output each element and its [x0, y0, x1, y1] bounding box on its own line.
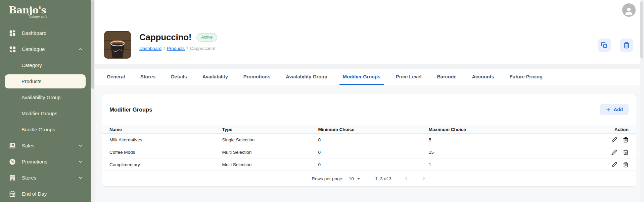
sidebar-scrollbar[interactable]: [91, 0, 95, 202]
tab-general[interactable]: General: [99, 69, 133, 85]
calendar-icon: [9, 190, 16, 198]
sidebar-item-modifier-groups[interactable]: Modifier Groups: [0, 106, 91, 122]
main-scrollbar[interactable]: [640, 0, 644, 202]
cell-minimum-choice: 0: [318, 150, 428, 155]
sidebar-item-products[interactable]: Products: [5, 74, 86, 88]
product-info: Cappuccino! Active Dashboard / Products …: [139, 31, 217, 59]
page-header: Cappuccino! Active Dashboard / Products …: [95, 0, 644, 64]
tab-stores[interactable]: Stores: [133, 69, 163, 85]
pencil-icon: [611, 162, 617, 167]
tab-price-level[interactable]: Price Level: [388, 69, 429, 85]
sidebar-item-label: Catalogue: [22, 46, 78, 52]
user-avatar[interactable]: [622, 3, 636, 17]
delete-row-button[interactable]: [623, 137, 629, 143]
cell-maximum-choice: 1: [429, 162, 598, 167]
product-tabs: General Stores Details Availability Prom…: [95, 69, 644, 85]
sidebar-item-label: Products: [21, 78, 78, 84]
chevron-up-icon: [78, 47, 83, 52]
sidebar-item-promotions[interactable]: % Promotions: [0, 154, 91, 170]
edit-row-button[interactable]: [611, 149, 617, 155]
sidebar-item-label: Category: [21, 62, 83, 68]
cell-type: Multi Selection: [222, 162, 318, 167]
trash-icon: [623, 42, 630, 49]
add-button[interactable]: Add: [600, 104, 629, 115]
tab-availability-group[interactable]: Availability Group: [278, 69, 335, 85]
table-row: Coffee Mods Multi Selection 0 15: [102, 146, 636, 158]
duplicate-button[interactable]: [598, 39, 611, 52]
sidebar-nav: Dashboard Catalogue Category Products Av…: [0, 25, 91, 202]
sidebar-item-stores[interactable]: Stores: [0, 170, 91, 186]
sidebar-item-end-of-day[interactable]: End of Day: [0, 186, 91, 202]
sidebar-item-label: Promotions: [22, 159, 78, 164]
table-row: Milk Alternatives Single Selection 0 5: [102, 134, 636, 146]
sidebar-item-sales[interactable]: Sales: [0, 138, 91, 154]
sidebar-item-label: Sales: [22, 143, 78, 148]
sidebar-item-label: Modifier Groups: [21, 111, 83, 116]
svg-text:%: %: [11, 160, 14, 164]
cell-name: Complimentary: [109, 162, 222, 167]
tab-promotions[interactable]: Promotions: [236, 69, 278, 85]
status-badge: Active: [196, 33, 217, 42]
delete-button[interactable]: [620, 39, 633, 52]
column-header-name: Name: [109, 127, 222, 132]
main-area: Cappuccino! Active Dashboard / Products …: [95, 0, 644, 202]
catalogue-icon: [9, 46, 16, 53]
sidebar-scrollbar-thumb[interactable]: [91, 0, 94, 89]
page-title: Cappuccino!: [139, 32, 191, 43]
sidebar-item-label: Availability Group: [21, 94, 83, 100]
trash-icon: [623, 137, 629, 143]
sidebar-item-catalogue[interactable]: Catalogue: [0, 41, 91, 57]
rows-per-page-select[interactable]: 10: [349, 176, 360, 181]
main-scrollbar-thumb[interactable]: [640, 1, 643, 58]
copy-icon: [601, 42, 608, 49]
breadcrumb-current: Cappuccino!: [190, 46, 215, 51]
product-summary: Cappuccino! Active Dashboard / Products …: [104, 31, 217, 59]
sidebar-item-label: Stores: [22, 175, 78, 181]
panel-title: Modifier Groups: [109, 107, 152, 113]
breadcrumb-link-dashboard[interactable]: Dashboard: [139, 46, 162, 51]
previous-page-button[interactable]: [404, 176, 409, 181]
column-header-type: Type: [222, 127, 318, 132]
sidebar-item-bundle-groups[interactable]: Bundle Groups: [0, 122, 91, 138]
tab-barcode[interactable]: Barcode: [429, 69, 464, 85]
header-actions: [598, 39, 633, 52]
sidebar-item-availability-group[interactable]: Availability Group: [0, 89, 91, 106]
chevron-down-icon: [78, 159, 83, 164]
breadcrumb-link-products[interactable]: Products: [167, 46, 185, 51]
pencil-icon: [611, 149, 617, 155]
table-row: Complimentary Multi Selection 0 1: [102, 158, 636, 171]
cell-type: Single Selection: [222, 137, 318, 142]
column-header-minimum-choice: Minimum Choice: [318, 127, 428, 132]
delete-row-button[interactable]: [623, 149, 629, 155]
rows-per-page-value: 10: [349, 176, 354, 181]
cell-name: Coffee Mods: [109, 150, 222, 155]
breadcrumb: Dashboard / Products / Cappuccino!: [139, 46, 217, 51]
app-window: Banjo's bakery cafe Dashboard Catalogue: [0, 0, 644, 202]
next-page-button[interactable]: [421, 176, 426, 181]
cell-type: Multi Selection: [222, 150, 318, 155]
cell-maximum-choice: 15: [429, 150, 598, 155]
add-button-label: Add: [614, 107, 623, 112]
tab-modifier-groups[interactable]: Modifier Groups: [335, 69, 388, 85]
section-divider: [95, 64, 644, 69]
promotions-icon: %: [9, 158, 16, 165]
tab-availability[interactable]: Availability: [195, 69, 236, 85]
sidebar-item-category[interactable]: Category: [0, 57, 91, 73]
tab-accounts[interactable]: Accounts: [464, 69, 502, 85]
delete-row-button[interactable]: [623, 162, 629, 167]
product-image: [104, 31, 131, 59]
column-header-maximum-choice: Maximum Choice: [429, 127, 598, 132]
edit-row-button[interactable]: [611, 162, 617, 167]
edit-row-button[interactable]: [611, 137, 617, 143]
table-header: Name Type Minimum Choice Maximum Choice …: [102, 125, 636, 134]
pagination: Rows per page: 10 1–3 of 3: [102, 171, 636, 186]
content-area: Modifier Groups Add Name Type Minimum Ch…: [95, 85, 644, 202]
cell-minimum-choice: 0: [318, 137, 428, 142]
panel-header: Modifier Groups Add: [102, 94, 636, 125]
tab-future-pricing[interactable]: Future Pricing: [502, 69, 550, 85]
sidebar-item-dashboard[interactable]: Dashboard: [0, 25, 91, 41]
tab-details[interactable]: Details: [163, 69, 195, 85]
brand-logo: Banjo's bakery cafe: [0, 5, 91, 18]
sidebar-item-label: Bundle Groups: [21, 127, 83, 132]
sales-icon: [9, 142, 16, 149]
